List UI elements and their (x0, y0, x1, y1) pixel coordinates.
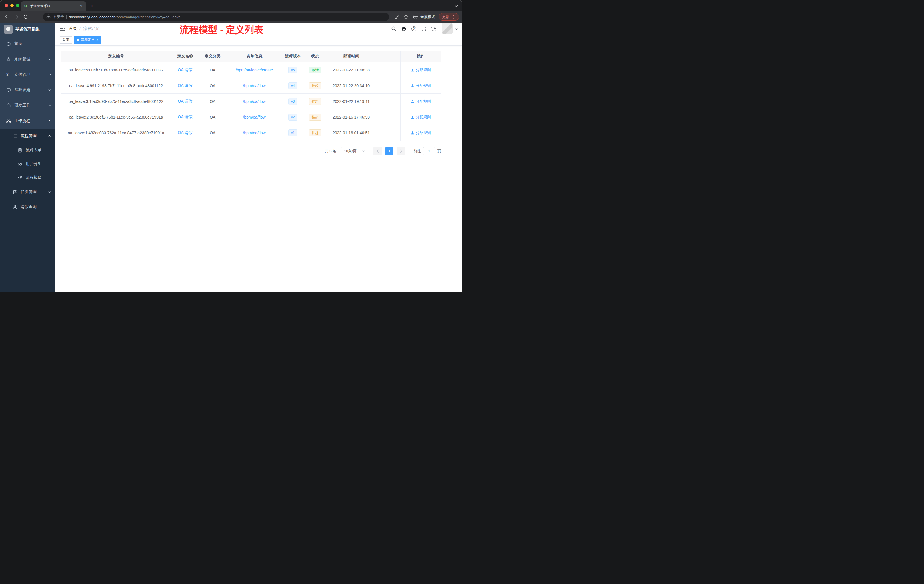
help-icon[interactable]: ? (410, 25, 417, 32)
assign-rule-link[interactable]: 分配规则 (411, 115, 431, 120)
close-window-button[interactable] (5, 4, 8, 7)
definition-name-link[interactable]: OA 请假 (178, 130, 192, 135)
col-actions: 操作 (400, 51, 441, 62)
list-icon (13, 134, 17, 138)
tag-process-definition[interactable]: 流程定义 × (74, 36, 101, 44)
form-info-cell: /bpm/oa/flow (226, 109, 282, 125)
bookmark-star-icon[interactable] (402, 13, 410, 21)
sidebar-item-workflow[interactable]: 工作流程 (0, 113, 55, 129)
process-version-cell: v3 (282, 93, 304, 109)
assign-rule-label: 分配规则 (416, 83, 431, 88)
dashboard-icon (6, 41, 11, 46)
deploy-time-cell: 2022-01-22 20:34:10 (327, 78, 375, 93)
search-icon[interactable] (390, 25, 398, 32)
deploy-time-cell: 2022-01-16 01:40:51 (327, 125, 375, 140)
sidebar-item-payment[interactable]: ¥ 支付管理 (0, 67, 55, 82)
page-size-select[interactable]: 10条/页 (341, 147, 368, 155)
sidebar-item-task-management[interactable]: 任务管理 (0, 185, 55, 200)
definition-name-link[interactable]: OA 请假 (178, 68, 192, 72)
user-group-icon (18, 162, 22, 166)
breadcrumb-current: 流程定义 (83, 26, 99, 31)
assign-rule-link[interactable]: 分配规则 (411, 99, 431, 104)
sidebar-item-label: 任务管理 (21, 190, 36, 195)
select-caret-down-icon (362, 150, 365, 152)
hamburger-icon[interactable] (59, 26, 65, 31)
sidebar-item-label: 流程模型 (26, 175, 42, 180)
version-badge: v3 (288, 98, 298, 105)
col-deploy-time: 部署时间 (327, 51, 375, 62)
status-cell: 激活 (304, 62, 327, 78)
menu-kebab-icon[interactable]: ⋮ (452, 15, 456, 19)
prev-page-button[interactable] (373, 147, 382, 155)
back-icon[interactable] (3, 13, 12, 21)
sidebar-item-label: 流程表单 (26, 148, 42, 153)
fullscreen-icon[interactable] (420, 25, 427, 32)
definition-name-link[interactable]: OA 请假 (178, 99, 192, 104)
assign-rule-link[interactable]: 分配规则 (411, 68, 431, 73)
tab-search-icon[interactable] (455, 3, 458, 8)
sidebar-item-process-model[interactable]: 流程模型 (0, 171, 55, 185)
page-content: 定义编号 定义名称 定义分类 表单信息 流程版本 状态 部署时间 操作 oa_l… (55, 46, 462, 292)
form-info-link[interactable]: /bpm/oa/leave/create (236, 68, 273, 72)
col-definition-name: 定义名称 (172, 51, 199, 62)
breadcrumb-home[interactable]: 首页 (69, 26, 77, 31)
browser-tab[interactable]: 芋道管理系统 × (21, 2, 86, 11)
col-definition-id: 定义编号 (61, 51, 172, 62)
sidebar-item-label: 基础设施 (14, 87, 30, 92)
deploy-time-cell: 2022-01-22 21:48:38 (327, 62, 375, 78)
minimize-window-button[interactable] (10, 4, 14, 7)
chevron-down-icon (48, 191, 51, 193)
sidebar-item-leave-query[interactable]: 请假查询 (0, 200, 55, 214)
assign-rule-label: 分配规则 (416, 115, 431, 120)
sidebar-item-user-group[interactable]: 用户分组 (0, 157, 55, 171)
tag-close-icon[interactable]: × (96, 38, 99, 42)
tag-home[interactable]: 首页 (60, 36, 72, 44)
deploy-time-cell: 2022-01-22 19:19:11 (327, 93, 375, 109)
user-avatar[interactable] (442, 23, 452, 34)
new-tab-button[interactable]: + (88, 2, 96, 10)
form-info-link[interactable]: /bpm/oa/flow (243, 130, 266, 135)
assign-rule-label: 分配规则 (416, 68, 431, 73)
page-number-button[interactable]: 1 (385, 147, 393, 155)
chevron-down-icon (48, 58, 51, 60)
yen-icon: ¥ (6, 72, 11, 77)
sidebar-item-process-management[interactable]: 流程管理 (0, 129, 55, 144)
reload-icon[interactable] (21, 13, 30, 21)
sidebar-item-home[interactable]: 首页 (0, 36, 55, 51)
form-info-link[interactable]: /bpm/oa/flow (243, 83, 266, 88)
user-icon (411, 84, 414, 87)
incognito-profile[interactable]: 无痕模式 (412, 14, 435, 20)
app-title: 芋道管理系统 (15, 27, 40, 32)
sidebar-item-system[interactable]: 系统管理 (0, 51, 55, 67)
definition-name-cell: OA 请假 (172, 125, 199, 140)
forward-icon[interactable] (12, 13, 21, 21)
status-cell: 挂起 (304, 109, 327, 125)
definition-name-link[interactable]: OA 请假 (178, 83, 192, 88)
sidebar-item-devtools[interactable]: 研发工具 (0, 98, 55, 113)
avatar-caret-down-icon[interactable] (455, 26, 458, 31)
address-bar[interactable]: 不安全 dashboard.yudao.iocoder.cn/bpm/manag… (43, 13, 389, 21)
assign-rule-link[interactable]: 分配规则 (411, 130, 431, 135)
version-badge: v2 (288, 114, 298, 120)
sidebar-item-process-form[interactable]: 流程表单 (0, 144, 55, 157)
definition-name-link[interactable]: OA 请假 (178, 115, 192, 119)
chevron-down-icon (48, 89, 51, 91)
sidebar-item-infrastructure[interactable]: 基础设施 (0, 82, 55, 98)
pagination: 共 5 条 10条/页 1 前往 页 (61, 147, 441, 155)
toolbox-icon (6, 103, 11, 108)
chrome-update-button[interactable]: 更新 ⋮ (439, 13, 459, 21)
github-icon[interactable] (400, 25, 408, 32)
user-icon (411, 131, 414, 135)
security-label[interactable]: 不安全 (53, 14, 64, 20)
zoom-window-button[interactable] (16, 4, 20, 7)
goto-page-input[interactable] (423, 147, 435, 155)
assign-rule-link[interactable]: 分配规则 (411, 83, 431, 88)
table-row: oa_leave:3:1fad3d93-7b75-11ec-a3c8-acde4… (61, 93, 441, 109)
tab-close-icon[interactable]: × (79, 4, 83, 8)
password-key-icon[interactable] (393, 13, 401, 21)
next-page-button[interactable] (397, 147, 406, 155)
form-info-link[interactable]: /bpm/oa/flow (243, 99, 266, 104)
process-version-cell: v2 (282, 109, 304, 125)
font-size-icon[interactable] (430, 25, 437, 32)
form-info-link[interactable]: /bpm/oa/flow (243, 115, 266, 119)
